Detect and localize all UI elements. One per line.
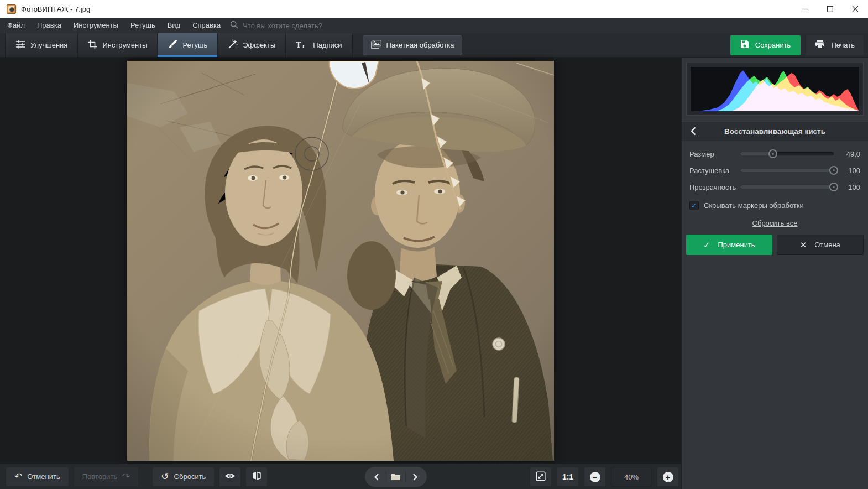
brush-icon [168, 39, 177, 51]
reset-all-link[interactable]: Сбросить все [682, 219, 868, 227]
tab-label: Ретушь [182, 41, 207, 49]
editor-canvas[interactable] [0, 58, 681, 464]
crop-icon [88, 40, 97, 51]
tab-label: Надписи [313, 41, 342, 49]
param-row-feather: Растушевка 100 [689, 165, 860, 175]
fit-screen-icon [536, 471, 546, 483]
app-window: ФотоВИНТАЖ - 7.jpg Файл Правка Инструмен… [0, 0, 868, 489]
maximize-button[interactable] [817, 0, 843, 18]
tab-effects[interactable]: Эффекты [218, 33, 286, 57]
preview-original-button[interactable] [219, 467, 241, 487]
param-row-size: Размер 49,0 [689, 149, 860, 159]
param-row-opacity: Прозрачность 100 [689, 182, 860, 192]
eye-icon [224, 472, 236, 481]
slider-thumb[interactable] [829, 183, 838, 191]
open-folder-button[interactable] [386, 471, 405, 483]
menu-help[interactable]: Справка [186, 18, 227, 33]
bottombar: ↶ Отменить Повторить ↷ ↺ Сбросить [0, 464, 681, 489]
zoom-controls: 1:1 − 40% + [530, 467, 679, 487]
opacity-slider[interactable] [740, 183, 834, 191]
toolbar: Улучшения Инструменты Ретушь [0, 33, 868, 58]
tab-enhancements[interactable]: Улучшения [5, 33, 78, 57]
tab-retouch[interactable]: Ретушь [158, 33, 218, 57]
zoom-level-display[interactable]: 40% [611, 467, 652, 487]
menu-retouch[interactable]: Ретушь [124, 18, 161, 33]
histogram-panel [686, 63, 864, 116]
photos-stack-icon [371, 40, 381, 50]
feather-label: Растушевка [689, 167, 740, 175]
slider-track [740, 185, 834, 189]
printer-icon [815, 40, 825, 50]
zoom-out-button[interactable]: − [584, 467, 606, 487]
slider-thumb[interactable] [829, 166, 838, 175]
apply-button[interactable]: ✓ Применить [686, 235, 772, 255]
cancel-button[interactable]: ✕ Отмена [777, 235, 864, 255]
redo-label: Повторить [82, 472, 117, 481]
tab-captions[interactable]: T т Надписи [286, 33, 352, 57]
redo-icon: ↷ [122, 472, 130, 481]
search-placeholder: Что вы хотите сделать? [243, 22, 322, 30]
slider-track [740, 152, 834, 155]
tool-panel-title: Восстанавливающая кисть [682, 127, 868, 136]
menu-tools[interactable]: Инструменты [67, 18, 124, 33]
one-to-one-label: 1:1 [562, 472, 573, 481]
batch-label: Пакетная обработка [386, 41, 454, 49]
minimize-button[interactable] [792, 0, 817, 18]
batch-processing-button[interactable]: Пакетная обработка [363, 35, 463, 55]
redo-button[interactable]: Повторить ↷ [74, 467, 139, 487]
slider-thumb[interactable] [768, 149, 777, 158]
magic-wand-icon [228, 39, 238, 51]
undo-button[interactable]: ↶ Отменить [6, 467, 69, 487]
photo-vignette [127, 61, 554, 461]
tab-tools[interactable]: Инструменты [78, 33, 158, 57]
print-label: Печать [831, 41, 855, 49]
menu-file[interactable]: Файл [1, 18, 31, 33]
window-title: ФотоВИНТАЖ - 7.jpg [21, 5, 90, 13]
save-label: Сохранить [755, 41, 791, 49]
save-icon [740, 40, 749, 50]
next-photo-button[interactable] [406, 471, 425, 483]
toolbar-spacer [462, 33, 730, 57]
back-button[interactable] [686, 124, 700, 138]
compare-view-button[interactable] [245, 467, 268, 487]
size-value: 49,0 [837, 150, 860, 158]
actual-size-button[interactable]: 1:1 [557, 467, 579, 487]
photo-navigator [365, 467, 427, 487]
svg-text:T: T [296, 40, 301, 49]
sidepanel: Восстанавливающая кисть Размер 49,0 Раст… [681, 58, 868, 489]
menu-edit[interactable]: Правка [31, 18, 67, 33]
photo-image [127, 61, 554, 461]
reset-label: Сбросить [174, 472, 206, 481]
apply-label: Применить [718, 241, 755, 249]
canvas-column: ↶ Отменить Повторить ↷ ↺ Сбросить [0, 58, 681, 489]
reset-button[interactable]: ↺ Сбросить [152, 467, 215, 487]
close-button[interactable] [843, 0, 868, 18]
main-area: ↶ Отменить Повторить ↷ ↺ Сбросить [0, 58, 868, 489]
hide-markers-label: Скрывать маркеры обработки [704, 201, 804, 210]
previous-photo-button[interactable] [367, 471, 386, 483]
tab-label: Улучшения [30, 41, 67, 49]
save-button[interactable]: Сохранить [730, 35, 801, 55]
app-logo-icon [7, 4, 16, 14]
tab-label: Инструменты [102, 41, 147, 49]
undo-label: Отменить [27, 472, 60, 481]
print-button[interactable]: Печать [806, 35, 864, 55]
cancel-label: Отмена [814, 241, 840, 249]
hide-markers-checkbox[interactable]: ✓ [689, 201, 699, 210]
photo[interactable] [127, 61, 554, 461]
checkmark-icon: ✓ [691, 202, 697, 209]
apply-check-icon: ✓ [703, 241, 710, 249]
zoom-in-button[interactable]: + [657, 467, 679, 487]
fit-to-screen-button[interactable] [530, 467, 552, 487]
search-input[interactable]: Что вы хотите сделать? [230, 20, 322, 31]
histogram-svg [691, 67, 859, 111]
search-icon [230, 20, 238, 31]
minus-icon: − [590, 472, 600, 482]
feather-value: 100 [837, 167, 860, 175]
size-label: Размер [689, 150, 740, 158]
menu-view[interactable]: Вид [161, 18, 187, 33]
feather-slider[interactable] [740, 166, 834, 175]
text-icon: T т [296, 40, 308, 50]
opacity-value: 100 [837, 183, 860, 191]
size-slider[interactable] [740, 149, 834, 158]
